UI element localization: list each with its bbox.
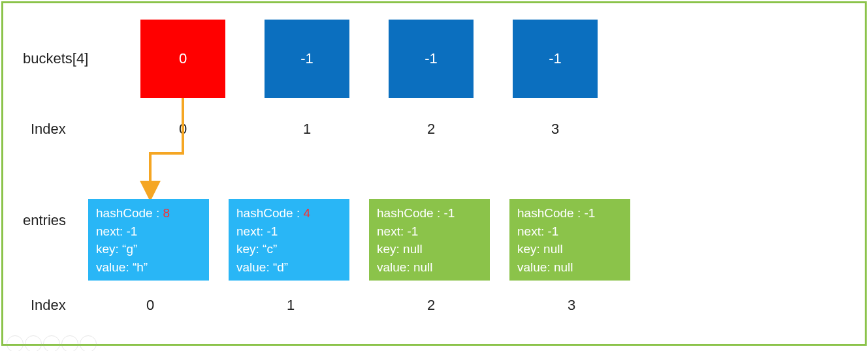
entries-label: entries <box>23 212 66 229</box>
ghost-icon <box>25 335 42 351</box>
entry-index-1: 1 <box>278 297 304 314</box>
ghost-icon <box>61 335 78 351</box>
entry-next: next: -1 <box>517 222 622 241</box>
entry-hash: hashCode : -1 <box>377 204 482 222</box>
entry-value: value: null <box>377 258 482 277</box>
bucket-0: 0 <box>140 20 225 98</box>
bucket-value: -1 <box>549 50 562 67</box>
bucket-2: -1 <box>389 20 474 98</box>
entry-hash: hashCode : 4 <box>236 204 342 222</box>
entry-2: hashCode : -1 next: -1 key: null value: … <box>369 199 490 281</box>
entry-key: key: “c” <box>236 240 342 258</box>
entry-value: value: null <box>517 258 622 277</box>
entry-key: key: null <box>377 240 482 258</box>
entry-hash: hashCode : 8 <box>96 204 201 222</box>
buckets-label: buckets[4] <box>23 50 88 67</box>
entry-next: next: -1 <box>377 222 482 241</box>
bucket-index-2: 2 <box>418 121 444 138</box>
ghost-icon <box>43 335 60 351</box>
bucket-value: -1 <box>300 50 313 67</box>
bucket-index-3: 3 <box>542 121 568 138</box>
entry-1: hashCode : 4 next: -1 key: “c” value: “d… <box>229 199 349 281</box>
entry-index-0: 0 <box>137 297 163 314</box>
entry-3: hashCode : -1 next: -1 key: null value: … <box>509 199 630 281</box>
entry-index-3: 3 <box>558 297 585 314</box>
entry-hash: hashCode : -1 <box>517 204 622 222</box>
entry-0: hashCode : 8 next: -1 key: “g” value: “h… <box>88 199 209 281</box>
bucket-value: -1 <box>425 50 438 67</box>
entry-value: value: “h” <box>96 258 201 277</box>
bucket-index-1: 1 <box>294 121 320 138</box>
entry-next: next: -1 <box>96 222 201 241</box>
ghost-icon <box>7 335 24 351</box>
bucket-value: 0 <box>179 50 187 67</box>
bucket-index-0: 0 <box>170 121 196 138</box>
entry-key: key: “g” <box>96 240 201 258</box>
index-label-top: Index <box>31 121 66 138</box>
index-label-bottom: Index <box>31 297 66 314</box>
entry-next: next: -1 <box>236 222 342 241</box>
bucket-1: -1 <box>265 20 349 98</box>
entry-key: key: null <box>517 240 622 258</box>
bucket-3: -1 <box>513 20 598 98</box>
diagram-frame: buckets[4] Index entries Index 0 -1 -1 -… <box>1 1 867 346</box>
entry-value: value: “d” <box>236 258 342 277</box>
entry-index-2: 2 <box>418 297 444 314</box>
ghost-toolbar <box>7 335 97 351</box>
ghost-icon <box>80 335 97 351</box>
